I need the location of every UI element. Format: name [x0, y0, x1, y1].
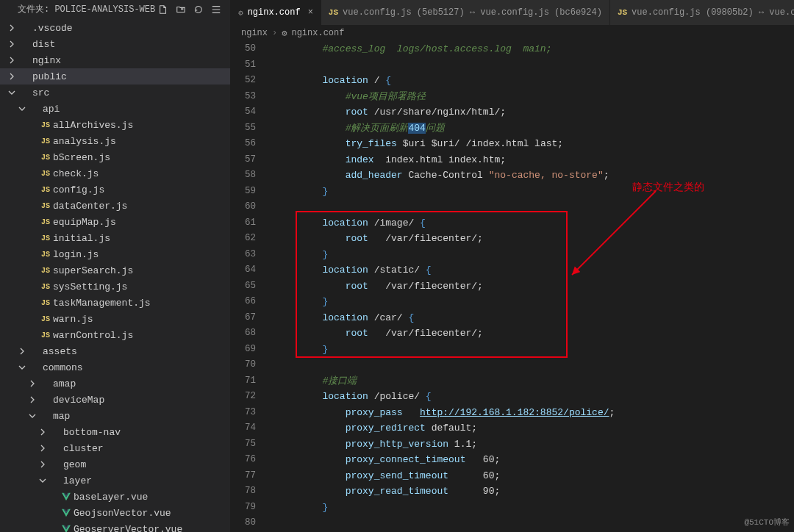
gear-icon: ⚙	[238, 8, 243, 18]
tree-item-label: analysis.js	[53, 136, 116, 147]
tree-item-label: allArchives.js	[53, 120, 133, 131]
tree-item[interactable]: GeoserverVector.vue	[0, 521, 230, 532]
code-line[interactable]: #access_log logs/host.access.log main;	[276, 41, 794, 57]
tree-item[interactable]: JStaskManagement.js	[0, 295, 230, 311]
editor-tab[interactable]: JSvue.config.js (5eb5127) ↔ vue.config.j…	[321, 0, 610, 25]
tree-item[interactable]: baseLayer.vue	[0, 489, 230, 505]
tree-item[interactable]: nginx	[0, 52, 230, 68]
tree-item[interactable]: JSanalysis.js	[0, 133, 230, 149]
chevron-down-icon[interactable]	[16, 363, 28, 372]
chevron-down-icon[interactable]	[26, 411, 38, 420]
tree-item[interactable]: geom	[0, 456, 230, 472]
tree-item[interactable]: .vscode	[0, 20, 230, 36]
tree-item[interactable]: JSconfig.js	[0, 181, 230, 198]
chevron-right-icon[interactable]	[37, 444, 49, 453]
code-content[interactable]: 静态文件之类的 #access_log logs/host.access.log…	[265, 41, 794, 532]
chevron-down-icon[interactable]	[6, 88, 18, 97]
tree-item[interactable]: JSbScreen.js	[0, 149, 230, 165]
tree-item[interactable]: JSequipMap.js	[0, 214, 230, 230]
chevron-right-icon[interactable]	[26, 379, 38, 388]
tree-item[interactable]: amap	[0, 375, 230, 392]
tree-item[interactable]: assets	[0, 343, 230, 359]
breadcrumb[interactable]: nginx › ⚙ nginx.conf	[231, 25, 794, 41]
code-line[interactable]: }	[276, 342, 794, 358]
code-line[interactable]: add_header Cache-Control "no-cache, no-s…	[276, 168, 794, 184]
tree-item[interactable]: deviceMap	[0, 392, 230, 408]
tree-item[interactable]: JSinitial.js	[0, 230, 230, 246]
chevron-right-icon[interactable]	[37, 428, 49, 436]
code-line[interactable]: root /usr/share/nginx/html/;	[276, 104, 794, 121]
code-line[interactable]: proxy_http_version 1.1;	[276, 436, 794, 453]
editor-tab[interactable]: ⚙nginx.conf×	[231, 0, 321, 25]
code-line[interactable]: index index.html index.htm;	[276, 152, 794, 168]
tab-bar[interactable]: ⚙nginx.conf×JSvue.config.js (5eb5127) ↔ …	[231, 0, 794, 25]
tree-item[interactable]: api	[0, 101, 230, 117]
tree-item[interactable]: src	[0, 85, 230, 101]
chevron-right-icon[interactable]	[6, 24, 18, 32]
code-line[interactable]	[276, 199, 794, 215]
chevron-down-icon[interactable]	[16, 104, 28, 113]
code-line[interactable]: }	[276, 294, 794, 310]
code-line[interactable]	[276, 357, 794, 373]
chevron-down-icon[interactable]	[37, 476, 49, 485]
chevron-right-icon[interactable]	[37, 460, 49, 469]
collapse-icon[interactable]	[211, 4, 224, 15]
chevron-right-icon[interactable]	[6, 40, 18, 48]
chevron-right-icon[interactable]	[6, 72, 18, 81]
tree-item[interactable]: cluster	[0, 440, 230, 456]
tree-item-label: deviceMap	[53, 395, 104, 406]
code-line[interactable]: proxy_read_timeout 90;	[276, 484, 794, 500]
new-file-icon[interactable]	[158, 4, 171, 15]
tree-item[interactable]: JSwarnControl.js	[0, 327, 230, 343]
code-line[interactable]: }	[276, 184, 794, 200]
code-line[interactable]: proxy_send_timeout 60;	[276, 468, 794, 484]
code-line[interactable]	[276, 515, 794, 531]
code-line[interactable]: #vue项目部署路径	[276, 89, 794, 105]
code-line[interactable]: root /var/filecenter/;	[276, 231, 794, 247]
code-line[interactable]: location /car/ {	[276, 310, 794, 326]
code-editor[interactable]: 5051525354555657585960616263646566676869…	[231, 41, 794, 532]
code-line[interactable]: location /image/ {	[276, 215, 794, 231]
code-line[interactable]: try_files $uri $uri/ /index.html last;	[276, 136, 794, 152]
tree-item[interactable]: dist	[0, 36, 230, 52]
close-icon[interactable]: ×	[308, 7, 313, 18]
tree-item[interactable]: GeojsonVector.vue	[0, 505, 230, 521]
code-line[interactable]: }	[276, 500, 794, 516]
code-line[interactable]	[276, 57, 794, 73]
tree-item[interactable]: map	[0, 408, 230, 424]
tree-item[interactable]: JSsuperSearch.js	[0, 262, 230, 278]
editor-tab[interactable]: JSvue.config.js (09805b2) ↔ vue.config.j…	[610, 0, 794, 25]
tree-item[interactable]: JSwarn.js	[0, 311, 230, 327]
gear-icon: ⚙	[282, 28, 287, 39]
file-tree[interactable]: .vscodedistnginxpublicsrcapiJSallArchive…	[0, 18, 230, 532]
tree-item[interactable]: layer	[0, 472, 230, 489]
breadcrumb-folder[interactable]: nginx	[241, 28, 268, 38]
new-folder-icon[interactable]	[176, 4, 189, 15]
tree-item[interactable]: public	[0, 68, 230, 85]
tree-item[interactable]: JSallArchives.js	[0, 117, 230, 133]
tree-item[interactable]: JSlogin.js	[0, 246, 230, 262]
code-line[interactable]: location / {	[276, 73, 794, 89]
tree-item[interactable]: JSsysSetting.js	[0, 278, 230, 295]
tree-item[interactable]: JSdataCenter.js	[0, 198, 230, 214]
refresh-icon[interactable]	[193, 4, 207, 15]
breadcrumb-file[interactable]: nginx.conf	[291, 28, 344, 38]
code-line[interactable]: root /var/filecenter/;	[276, 326, 794, 342]
code-line[interactable]: proxy_connect_timeout 60;	[276, 452, 794, 468]
tree-item[interactable]: bottom-nav	[0, 424, 230, 440]
chevron-right-icon[interactable]	[26, 395, 38, 404]
code-line[interactable]: #解决页面刷新404问题	[276, 121, 794, 137]
code-line[interactable]: proxy_pass http://192.168.1.182:8852/pol…	[276, 405, 794, 421]
code-line[interactable]: }	[276, 247, 794, 263]
code-line[interactable]: location /static/ {	[276, 262, 794, 278]
chevron-right-icon[interactable]	[6, 56, 18, 65]
js-file-icon: JS	[38, 170, 53, 178]
tree-item-label: initial.js	[53, 233, 110, 244]
code-line[interactable]: #接口端	[276, 373, 794, 389]
code-line[interactable]: root /var/filecenter/;	[276, 278, 794, 295]
chevron-right-icon[interactable]	[16, 347, 28, 356]
code-line[interactable]: location /police/ {	[276, 389, 794, 405]
code-line[interactable]: proxy_redirect default;	[276, 420, 794, 436]
tree-item[interactable]: commons	[0, 359, 230, 375]
tree-item[interactable]: JScheck.js	[0, 165, 230, 181]
